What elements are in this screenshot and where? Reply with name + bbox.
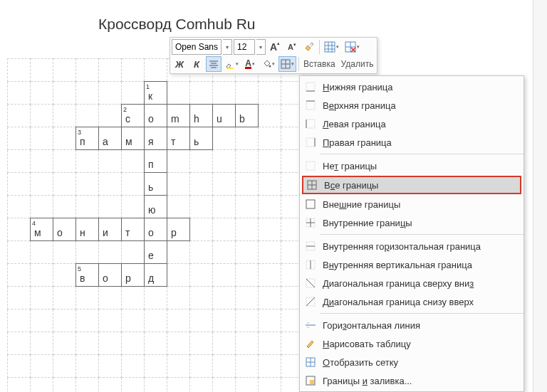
menu-item-border-iv[interactable]: Внутренняя вертикальная граница — [300, 255, 523, 274]
grid-cell[interactable]: 1к — [145, 82, 167, 105]
grid-cell[interactable] — [190, 355, 213, 378]
grid-cell[interactable] — [8, 105, 31, 127]
grid-cell[interactable] — [99, 82, 122, 105]
grid-cell[interactable] — [236, 150, 259, 173]
grid-cell[interactable]: п — [145, 150, 167, 173]
grid-cell[interactable] — [8, 82, 31, 105]
grid-cell[interactable] — [122, 196, 145, 218]
delete-label[interactable]: Удалить — [339, 59, 376, 69]
grid-cell[interactable] — [213, 378, 236, 393]
grid-cell[interactable] — [31, 241, 53, 264]
grid-cell[interactable] — [167, 241, 190, 264]
borders-button[interactable]: ▾ — [278, 56, 296, 72]
grid-cell[interactable] — [259, 355, 281, 378]
grid-cell[interactable] — [53, 378, 76, 393]
font-family-input[interactable] — [172, 39, 222, 55]
menu-item-border-none[interactable]: Нет границы — [300, 157, 523, 175]
grid-cell[interactable]: 4м — [31, 218, 53, 241]
grid-cell[interactable] — [8, 196, 31, 218]
grid-cell[interactable] — [31, 105, 53, 127]
grid-cell[interactable] — [8, 218, 31, 241]
grid-cell[interactable] — [145, 287, 167, 309]
grid-cell[interactable] — [53, 264, 76, 287]
grid-cell[interactable] — [8, 287, 31, 309]
grid-cell[interactable] — [259, 309, 281, 332]
grid-cell[interactable] — [76, 173, 99, 196]
grow-font-button[interactable]: A▴ — [267, 39, 283, 55]
grid-cell[interactable] — [236, 309, 259, 332]
crossword-grid[interactable]: 1к2соmhub3памятьпью4мониторе5ворд — [7, 58, 304, 392]
italic-button[interactable]: К — [189, 56, 204, 72]
grid-cell[interactable] — [122, 59, 145, 82]
grid-cell[interactable] — [31, 355, 53, 378]
grid-cell[interactable] — [213, 264, 236, 287]
grid-cell[interactable] — [190, 241, 213, 264]
grid-cell[interactable] — [76, 309, 99, 332]
format-painter-button[interactable] — [301, 39, 317, 55]
bold-button[interactable]: Ж — [172, 56, 187, 72]
grid-cell[interactable] — [31, 173, 53, 196]
grid-cell[interactable] — [31, 378, 53, 393]
grid-cell[interactable]: н — [76, 218, 99, 241]
grid-cell[interactable] — [259, 264, 281, 287]
grid-cell[interactable] — [236, 196, 259, 218]
grid-cell[interactable] — [167, 378, 190, 393]
shrink-font-button[interactable]: A▾ — [284, 39, 300, 55]
grid-cell[interactable]: и — [99, 218, 122, 241]
grid-cell[interactable] — [145, 59, 167, 82]
grid-cell[interactable] — [213, 127, 236, 150]
grid-cell[interactable] — [99, 59, 122, 82]
grid-cell[interactable]: 3п — [76, 127, 99, 150]
grid-cell[interactable]: b — [236, 105, 259, 127]
grid-cell[interactable] — [190, 332, 213, 355]
grid-cell[interactable] — [53, 173, 76, 196]
grid-cell[interactable] — [76, 59, 99, 82]
grid-cell[interactable] — [167, 355, 190, 378]
grid-cell[interactable] — [53, 82, 76, 105]
grid-cell[interactable] — [99, 196, 122, 218]
grid-cell[interactable] — [53, 150, 76, 173]
grid-cell[interactable] — [76, 332, 99, 355]
grid-cell[interactable]: 2с — [122, 105, 145, 127]
grid-cell[interactable] — [99, 378, 122, 393]
grid-cell[interactable] — [122, 82, 145, 105]
grid-cell[interactable] — [8, 241, 31, 264]
grid-cell[interactable] — [122, 287, 145, 309]
delete-table-button[interactable]: ▾ — [343, 39, 362, 55]
grid-cell[interactable]: я — [145, 127, 167, 150]
grid-cell[interactable]: ю — [145, 196, 167, 218]
grid-cell[interactable] — [99, 241, 122, 264]
grid-cell[interactable]: u — [213, 105, 236, 127]
grid-cell[interactable] — [236, 378, 259, 393]
grid-cell[interactable]: о — [145, 218, 167, 241]
menu-item-border-inner[interactable]: Внутренние границы — [300, 213, 523, 232]
grid-cell[interactable] — [122, 332, 145, 355]
grid-cell[interactable]: р — [122, 264, 145, 287]
grid-cell[interactable] — [53, 196, 76, 218]
grid-cell[interactable]: т — [122, 218, 145, 241]
grid-cell[interactable] — [76, 378, 99, 393]
grid-cell[interactable] — [167, 173, 190, 196]
grid-cell[interactable] — [213, 173, 236, 196]
grid-cell[interactable] — [99, 332, 122, 355]
menu-item-hline[interactable]: Горизонтальная линия — [300, 316, 523, 334]
grid-cell[interactable] — [213, 287, 236, 309]
insert-table-button[interactable]: ▾ — [322, 39, 341, 55]
grid-cell[interactable] — [236, 173, 259, 196]
grid-cell[interactable] — [190, 196, 213, 218]
grid-cell[interactable] — [145, 355, 167, 378]
grid-cell[interactable] — [213, 309, 236, 332]
grid-cell[interactable] — [122, 378, 145, 393]
grid-cell[interactable] — [53, 105, 76, 127]
menu-item-border-bottom[interactable]: Нижняя граница — [300, 78, 523, 96]
grid-cell[interactable]: е — [145, 241, 167, 264]
grid-cell[interactable] — [259, 127, 281, 150]
grid-cell[interactable] — [259, 241, 281, 264]
grid-cell[interactable]: о — [53, 218, 76, 241]
grid-cell[interactable] — [236, 287, 259, 309]
grid-cell[interactable] — [31, 287, 53, 309]
grid-cell[interactable]: т — [167, 127, 190, 150]
grid-cell[interactable] — [190, 82, 213, 105]
grid-cell[interactable] — [8, 59, 31, 82]
grid-cell[interactable] — [190, 173, 213, 196]
